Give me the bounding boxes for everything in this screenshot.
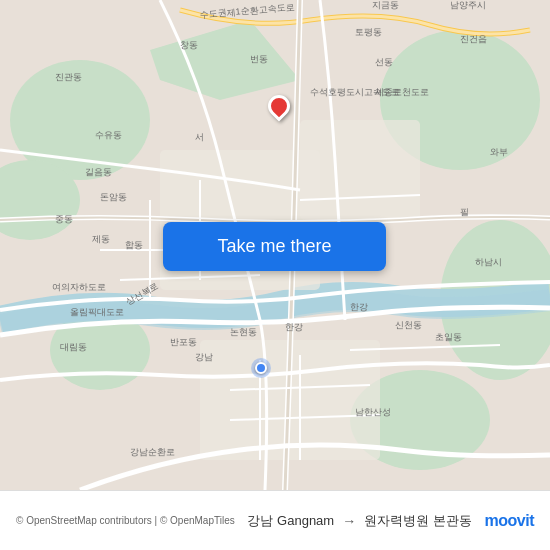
bottom-bar: © OpenStreetMap contributors | © OpenMap…: [0, 490, 550, 550]
svg-text:서: 서: [195, 132, 204, 142]
svg-text:진건읍: 진건읍: [460, 34, 487, 44]
route-from: 강남 Gangnam: [247, 512, 334, 530]
svg-text:진관동: 진관동: [55, 72, 82, 82]
svg-text:반포동: 반포동: [170, 337, 197, 347]
svg-text:대림동: 대림동: [60, 342, 87, 352]
svg-text:돈암동: 돈암동: [100, 192, 127, 202]
svg-text:토평동: 토평동: [355, 27, 382, 37]
route-info: 강남 Gangnam → 원자력병원 본관동: [235, 512, 485, 530]
svg-text:길음동: 길음동: [85, 167, 112, 177]
svg-text:논현동: 논현동: [230, 327, 257, 337]
svg-text:남한산성: 남한산성: [355, 407, 391, 417]
svg-text:올림픽대도로: 올림픽대도로: [70, 307, 124, 317]
svg-text:합동: 합동: [125, 240, 143, 250]
svg-text:수석호평도시고속도로: 수석호평도시고속도로: [310, 87, 400, 97]
svg-text:중동: 중동: [55, 214, 73, 224]
svg-text:필: 필: [460, 207, 469, 217]
route-to: 원자력병원 본관동: [364, 512, 472, 530]
svg-text:창동: 창동: [180, 40, 198, 50]
destination-marker: [268, 95, 290, 117]
take-me-there-button[interactable]: Take me there: [163, 222, 386, 271]
svg-text:신천동: 신천동: [395, 320, 422, 330]
svg-text:한강: 한강: [285, 322, 303, 332]
moovit-logo: moovit: [485, 512, 534, 530]
svg-rect-10: [300, 120, 420, 220]
svg-text:강남: 강남: [195, 352, 213, 362]
svg-text:한강: 한강: [350, 302, 368, 312]
svg-text:남양주시: 남양주시: [450, 0, 486, 10]
svg-text:하남시: 하남시: [475, 257, 502, 267]
svg-text:지금동: 지금동: [372, 0, 399, 10]
svg-text:와부: 와부: [490, 147, 508, 157]
svg-text:수유동: 수유동: [95, 130, 122, 140]
svg-text:강남순환로: 강남순환로: [130, 447, 175, 457]
map-container: 수도권제1순환고속도로 세종로천도로 남양주시 진건읍 와부 필 하남시 초일동…: [0, 0, 550, 490]
svg-text:번동: 번동: [250, 54, 268, 64]
svg-text:제동: 제동: [92, 234, 110, 244]
origin-marker: [251, 358, 271, 378]
svg-text:여의자하도로: 여의자하도로: [52, 282, 106, 292]
svg-text:선동: 선동: [375, 57, 393, 67]
svg-text:초일동: 초일동: [435, 332, 462, 342]
attribution: © OpenStreetMap contributors | © OpenMap…: [16, 515, 235, 526]
route-arrow: →: [342, 513, 356, 529]
